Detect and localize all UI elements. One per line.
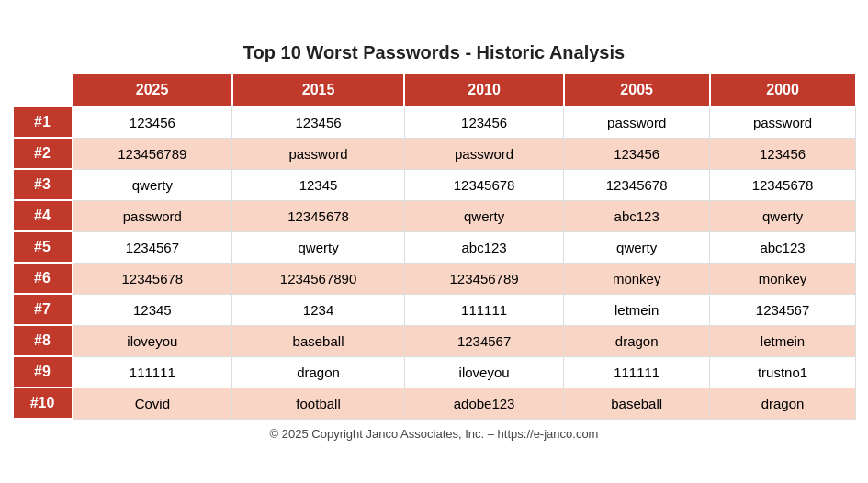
table-row: #4password12345678qwertyabc123qwerty — [13, 200, 856, 231]
data-cell: football — [232, 388, 405, 419]
data-cell: iloveyou — [404, 356, 563, 388]
data-cell: 1234567 — [710, 294, 856, 325]
col-header-2000: 2000 — [710, 73, 856, 107]
data-cell: iloveyou — [73, 325, 232, 356]
rank-header-empty — [13, 73, 73, 107]
data-cell: letmein — [564, 294, 710, 325]
table-row: #1123456123456123456passwordpassword — [13, 107, 856, 138]
data-cell: qwerty — [232, 231, 405, 263]
passwords-table: 2025 2015 2010 2005 2000 #11234561234561… — [12, 73, 857, 420]
data-cell: letmein — [710, 325, 856, 356]
data-cell: 12345 — [232, 169, 405, 200]
rank-cell: #9 — [13, 356, 73, 388]
data-cell: password — [73, 200, 232, 231]
data-cell: 12345678 — [564, 169, 710, 200]
data-cell: trustno1 — [710, 356, 856, 388]
table-row: #2123456789passwordpassword123456123456 — [13, 138, 856, 169]
data-cell: Covid — [73, 388, 232, 419]
data-cell: 12345678 — [404, 169, 563, 200]
rank-cell: #7 — [13, 294, 73, 325]
data-cell: qwerty — [564, 231, 710, 263]
data-cell: abc123 — [564, 200, 710, 231]
data-cell: 123456 — [564, 138, 710, 169]
data-cell: dragon — [564, 325, 710, 356]
data-cell: password — [564, 107, 710, 138]
data-cell: 123456 — [404, 107, 563, 138]
table-row: #7123451234111111letmein1234567 — [13, 294, 856, 325]
data-cell: 12345 — [73, 294, 232, 325]
data-cell: 1234 — [232, 294, 405, 325]
data-cell: 123456 — [710, 138, 856, 169]
data-cell: 123456789 — [73, 138, 232, 169]
data-cell: 123456 — [73, 107, 232, 138]
data-cell: 123456789 — [404, 263, 563, 294]
data-cell: monkey — [710, 263, 856, 294]
data-cell: 1234567 — [73, 231, 232, 263]
data-cell: 12345678 — [710, 169, 856, 200]
rank-cell: #8 — [13, 325, 73, 356]
data-cell: dragon — [232, 356, 405, 388]
rank-cell: #6 — [13, 263, 73, 294]
data-cell: monkey — [564, 263, 710, 294]
col-header-2010: 2010 — [404, 73, 563, 107]
rank-cell: #5 — [13, 231, 73, 263]
table-row: #9111111dragoniloveyou111111trustno1 — [13, 356, 856, 388]
data-cell: qwerty — [73, 169, 232, 200]
data-cell: baseball — [564, 388, 710, 419]
rank-cell: #1 — [13, 107, 73, 138]
data-cell: 1234567 — [404, 325, 563, 356]
data-cell: 1234567890 — [232, 263, 405, 294]
data-cell: password — [710, 107, 856, 138]
data-cell: password — [232, 138, 405, 169]
table-row: #3qwerty12345123456781234567812345678 — [13, 169, 856, 200]
page-title: Top 10 Worst Passwords - Historic Analys… — [243, 42, 625, 63]
data-cell: abc123 — [710, 231, 856, 263]
data-cell: 111111 — [73, 356, 232, 388]
table-row: #8iloveyoubaseball1234567dragonletmein — [13, 325, 856, 356]
table-row: #51234567qwertyabc123qwertyabc123 — [13, 231, 856, 263]
footer-text: © 2025 Copyright Janco Associates, Inc. … — [270, 427, 599, 441]
col-header-2015: 2015 — [232, 73, 405, 107]
rank-cell: #4 — [13, 200, 73, 231]
rank-cell: #10 — [13, 388, 73, 419]
data-cell: 12345678 — [73, 263, 232, 294]
col-header-2025: 2025 — [73, 73, 232, 107]
col-header-2005: 2005 — [564, 73, 710, 107]
main-container: Top 10 Worst Passwords - Historic Analys… — [12, 42, 857, 441]
table-row: #10Covidfootballadobe123baseballdragon — [13, 388, 856, 419]
data-cell: adobe123 — [404, 388, 563, 419]
data-cell: dragon — [710, 388, 856, 419]
data-cell: abc123 — [404, 231, 563, 263]
rank-cell: #3 — [13, 169, 73, 200]
rank-cell: #2 — [13, 138, 73, 169]
data-cell: password — [404, 138, 563, 169]
data-cell: 123456 — [232, 107, 405, 138]
data-cell: 111111 — [404, 294, 563, 325]
data-cell: 111111 — [564, 356, 710, 388]
data-cell: qwerty — [710, 200, 856, 231]
data-cell: qwerty — [404, 200, 563, 231]
data-cell: baseball — [232, 325, 405, 356]
data-cell: 12345678 — [232, 200, 405, 231]
table-row: #6123456781234567890123456789monkeymonke… — [13, 263, 856, 294]
